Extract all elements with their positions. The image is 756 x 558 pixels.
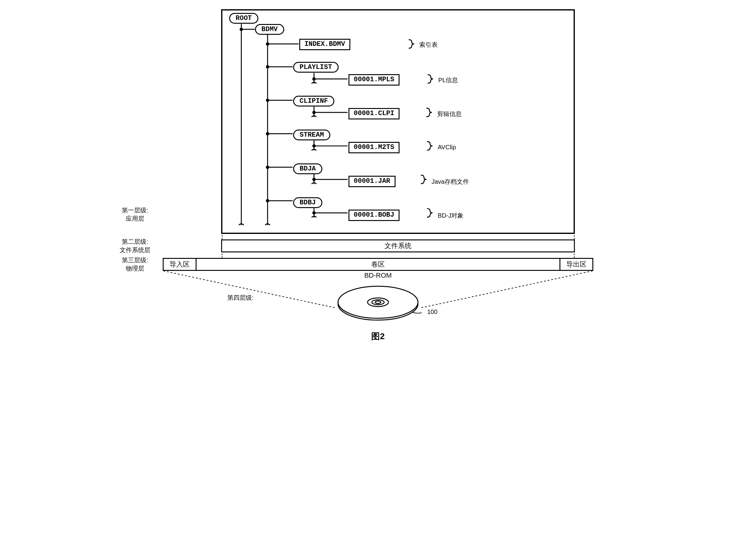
svg-point-1: [240, 28, 243, 30]
tree-file-index: INDEX.BDMV: [299, 39, 350, 50]
svg-point-27: [313, 178, 315, 181]
tree-annot-clipinf: 剪辑信息: [437, 110, 462, 118]
layer-label-text: 第二层级:: [110, 237, 160, 246]
svg-point-21: [313, 145, 315, 147]
layer-label-text: 文件系统层: [110, 246, 160, 254]
tree-connector-lines: [222, 10, 574, 233]
tree-annot-index: 索引表: [419, 41, 438, 49]
tree-node-bdmv: BDMV: [255, 24, 284, 35]
phys-seg-label: 导出区: [566, 260, 587, 269]
tree-dir-clipinf: CLIPINF: [293, 96, 334, 106]
disc-layer: 第四层级: 100: [163, 281, 593, 324]
svg-point-4: [266, 43, 269, 45]
tree-annot-bdja: Java存档文件: [432, 178, 469, 186]
phys-seg-leadout: 导出区: [560, 258, 593, 271]
dashed-join-icon: [574, 254, 574, 258]
bdrom-label: BD-ROM: [364, 272, 392, 279]
tree-file-playlist: 00001.MPLS: [349, 74, 400, 85]
dashed-join-icon: [574, 235, 574, 239]
diagram-root: 第一层级: 应用层 第二层级: 文件系统层 第三层级: 物理层: [163, 9, 593, 342]
phys-seg-volume: 卷区: [196, 258, 560, 271]
figure-title: 图2: [163, 331, 593, 342]
svg-point-30: [266, 199, 269, 202]
tree-file-stream: 00001.M2TS: [349, 142, 400, 153]
svg-point-9: [313, 78, 315, 80]
disc-icon: [332, 281, 424, 324]
layer-label-third: 第三层级: 物理层: [110, 256, 160, 273]
layer-label-fourth: 第四层级:: [227, 294, 254, 302]
tree-dir-bdja: BDJA: [293, 163, 322, 174]
physical-layer-bar: 导入区 卷区 导出区: [163, 258, 593, 271]
tree-annot-bdbj: BD-J对象: [438, 211, 463, 220]
svg-point-12: [266, 99, 269, 102]
layer-label-second: 第二层级: 文件系统层: [110, 237, 160, 254]
tree-file-clipinf: 00001.CLPI: [349, 108, 400, 120]
svg-point-24: [266, 166, 269, 168]
layer-label-text: 应用层: [110, 214, 160, 223]
tree-node-root: ROOT: [229, 13, 259, 24]
file-system-layer-bar: 文件系统: [221, 239, 575, 252]
layer-label-text: 物理层: [110, 264, 160, 273]
layer-label-first: 第一层级: 应用层: [110, 206, 160, 223]
svg-point-33: [313, 212, 315, 214]
svg-point-6: [266, 66, 269, 68]
phys-seg-label: 导入区: [169, 260, 190, 269]
dashed-join-icon: [222, 235, 222, 239]
file-system-label: 文件系统: [384, 241, 411, 251]
svg-point-15: [313, 111, 315, 113]
phys-seg-label: 卷区: [371, 260, 385, 269]
disc-ref-number: 100: [427, 308, 437, 315]
tree-dir-playlist: PLAYLIST: [293, 62, 339, 73]
tree-file-bdbj: 00001.BOBJ: [349, 210, 400, 221]
bdrom-label-row: BD-ROM: [163, 272, 593, 279]
svg-point-18: [266, 133, 269, 135]
layer-label-text: 第一层级:: [110, 206, 160, 214]
tree-annot-stream: AVClip: [438, 144, 456, 151]
tree-file-bdja: 00001.JAR: [349, 176, 396, 187]
layer-label-text: 第三层级:: [110, 256, 160, 264]
tree-annot-playlist: PL信息: [438, 76, 458, 84]
tree-dir-stream: STREAM: [293, 130, 330, 141]
application-layer-panel: ROOT BDMV INDEX.BDMV 索引表 PLAYLIST 00001.…: [221, 9, 575, 234]
tree-dir-bdbj: BDBJ: [293, 197, 322, 208]
dashed-join-icon: [222, 254, 222, 258]
svg-point-39: [338, 286, 418, 318]
phys-seg-leadin: 导入区: [163, 258, 196, 271]
